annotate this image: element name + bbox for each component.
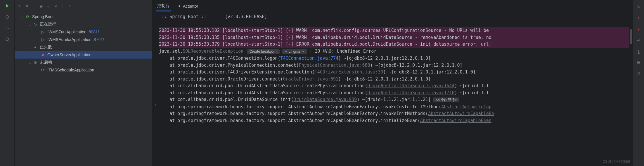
pencil-icon[interactable]: ✎ [636,4,641,9]
close-icon[interactable]: ✕ [25,4,29,8]
app-port[interactable]: :8761/ [93,37,104,42]
play-icon: ▷ [33,22,38,27]
tree-node-failed[interactable]: ⌄ ● 已失败 [15,43,152,51]
tree-node-running[interactable]: ⌄ ▷ 正在运行 [15,20,152,28]
app-port[interactable]: :8081/ [88,30,99,34]
chevron-down-icon: ⌄ [27,45,33,49]
play-icon: ▷ [40,37,46,42]
tree-node-app-selected[interactable]: ● OwnerServerApplication [15,51,152,59]
error-icon: ● [40,52,46,57]
chevron-down-icon: ⌄ [27,22,33,27]
tree-node-not-started[interactable]: ⌄ ⚙ 未启动 [15,59,152,66]
expand-icon[interactable]: ⇲ [54,4,57,8]
list-icon[interactable]: ☰ [636,60,641,65]
tab-actuator[interactable]: ✦ Actuator [176,1,199,11]
tree-label: 正在运行 [40,22,56,27]
eye-icon[interactable]: ◉ [39,4,43,8]
tree-label: 已失败 [40,45,52,50]
spring-icon: ⟳ [40,68,46,72]
arrow-up-icon[interactable]: ↑ [636,15,641,20]
scroll-end-icon[interactable]: ↓̲ [636,49,641,54]
dots-icon[interactable]: ⋯ [4,25,10,31]
console-tabs: 控制台 ✦ Actuator [152,0,633,12]
actuator-icon: ✦ [178,4,181,8]
wrap-icon[interactable]: ↩ [636,37,641,43]
print-icon[interactable]: ⎙ [636,71,641,76]
tree-toolbar: ⟲ ✕ ◉ ▽ ⇲ ＋ [15,0,152,12]
app-name: OwnerServerApplication [47,52,91,57]
gear-icon: ⚙ [33,60,38,65]
error-icon: ● [33,45,38,49]
chevron-down-icon: ⌄ [27,60,33,65]
services-tree: ⌄ ⟳ Spring Boot ⌄ ▷ 正在运行 ▷ IWMSZuulAppli… [15,12,152,74]
chevron-right-icon[interactable]: › [155,102,156,107]
play-icon: ▷ [40,30,46,34]
app-name: ITMSScheduleApplication [47,68,94,72]
watermark: CSDN @仲晨556 [603,159,630,164]
bug-icon[interactable] [4,14,10,20]
tab-console[interactable]: 控制台 [156,1,171,11]
add-icon[interactable]: ＋ [68,3,72,8]
tree-label: 未启动 [40,60,52,65]
chevron-down-icon: ⌄ [20,14,25,19]
tree-label: Spring Boot [32,14,53,19]
console-gutter: › [152,12,159,166]
tree-node-app[interactable]: ⟳ ITMSScheduleApplication [15,66,152,74]
console-output[interactable]: :: Spring Boot :: (v2.0.3.RELEASE) 2023-… [159,12,629,166]
arrow-down-icon[interactable]: ↓ [636,26,641,32]
tree-node-spring-boot[interactable]: ⌄ ⟳ Spring Boot [15,13,152,20]
app-name: IWMSZuulApplication [47,30,86,34]
bug2-icon[interactable] [4,36,10,42]
app-name: IWMSEurekaApplication [47,37,91,42]
run-icon[interactable] [4,3,10,9]
scroll-thumb[interactable] [630,29,632,44]
tree-node-app[interactable]: ▷ IWMSZuulApplication :8081/ [15,28,152,36]
svg-point-4 [6,38,9,41]
tab-label: Actuator [183,4,198,8]
reload-icon[interactable]: ⟲ [18,4,21,8]
filter-icon[interactable]: ▽ [47,4,50,8]
vertical-scrollbar[interactable] [629,12,633,166]
tree-node-app[interactable]: ▷ IWMSEurekaApplication :8761/ [15,36,152,43]
spring-icon: ⟳ [25,14,30,19]
